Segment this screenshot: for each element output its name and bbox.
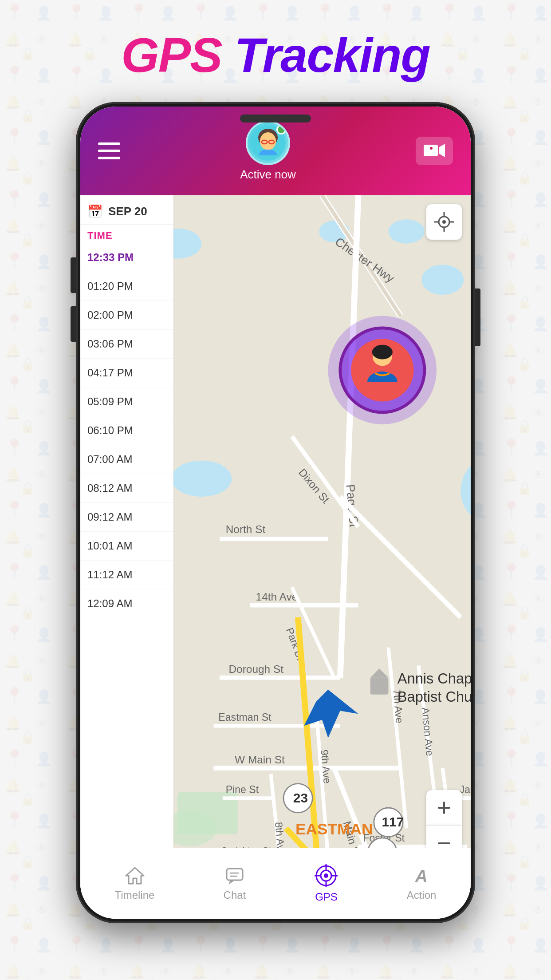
volume-down-button[interactable]: [71, 306, 76, 342]
date-header: 📅 SEP 20: [80, 195, 173, 225]
svg-text:EASTMAN: EASTMAN: [295, 820, 373, 838]
action-icon: A: [412, 866, 431, 885]
svg-marker-114: [126, 868, 144, 884]
phone-frame: Active now 📅 SEP 20: [76, 102, 475, 923]
svg-text:Dorough St: Dorough St: [228, 663, 283, 675]
time-item[interactable]: 11:12 AM: [80, 561, 173, 589]
svg-point-106: [442, 220, 446, 224]
map-area[interactable]: Chester Hwy Jim Pruett Rd Page St Dixon …: [173, 195, 471, 919]
svg-point-121: [324, 873, 328, 878]
title-gps: GPS: [121, 28, 221, 82]
chat-icon: [225, 866, 244, 885]
nav-action-label: Action: [407, 889, 437, 901]
phone-speaker: [240, 115, 311, 122]
menu-line-1: [98, 142, 120, 145]
time-section-label: TIME: [80, 225, 173, 243]
svg-marker-13: [439, 144, 445, 157]
svg-text:Pine St: Pine St: [226, 784, 259, 795]
svg-text:23: 23: [293, 790, 308, 805]
locate-button[interactable]: [426, 204, 462, 240]
app-content: 📅 SEP 20 TIME 12:33 PM01:20 PM02:00 PM03…: [80, 195, 471, 919]
nav-chat[interactable]: Chat: [215, 861, 255, 906]
svg-point-17: [421, 265, 464, 295]
time-item[interactable]: 02:00 PM: [80, 301, 173, 330]
zoom-in-button[interactable]: [426, 790, 462, 826]
time-item[interactable]: 12:09 AM: [80, 589, 173, 618]
svg-rect-14: [430, 147, 433, 150]
nav-timeline-label: Timeline: [115, 889, 155, 901]
time-list: 12:33 PM01:20 PM02:00 PM03:06 PM04:17 PM…: [80, 243, 173, 618]
svg-point-18: [388, 219, 425, 243]
calendar-icon: 📅: [87, 204, 103, 219]
title-tracking: Tracking: [234, 28, 430, 82]
time-item[interactable]: 01:20 PM: [80, 272, 173, 301]
svg-text:Annis Chapel: Annis Chapel: [398, 670, 471, 687]
svg-rect-115: [227, 869, 243, 880]
svg-point-103: [372, 345, 393, 360]
menu-button[interactable]: [98, 142, 120, 159]
time-item[interactable]: 09:12 AM: [80, 503, 173, 532]
svg-text:Baptist Church: Baptist Church: [398, 688, 471, 705]
menu-line-2: [98, 150, 120, 152]
time-item[interactable]: 08:12 AM: [80, 474, 173, 503]
user-avatar: [246, 121, 290, 165]
svg-text:A: A: [415, 867, 427, 885]
date-label: SEP 20: [108, 205, 147, 218]
svg-rect-12: [424, 145, 438, 156]
time-item[interactable]: 04:17 PM: [80, 359, 173, 387]
plus-icon: [436, 800, 452, 816]
menu-line-3: [98, 157, 120, 159]
time-item[interactable]: 03:06 PM: [80, 330, 173, 359]
video-icon: [424, 143, 445, 159]
timeline-sidebar: 📅 SEP 20 TIME 12:33 PM01:20 PM02:00 PM03…: [80, 195, 173, 919]
time-item[interactable]: 10:01 AM: [80, 532, 173, 561]
svg-text:14th Ave: 14th Ave: [256, 591, 298, 603]
active-status: Active now: [240, 168, 296, 182]
svg-rect-94: [370, 678, 389, 695]
volume-up-button[interactable]: [71, 257, 76, 293]
time-item[interactable]: 12:33 PM: [80, 243, 173, 272]
app-title: GPS Tracking: [121, 27, 429, 83]
svg-text:Eastman St: Eastman St: [218, 711, 272, 723]
nav-gps[interactable]: GPS: [306, 860, 346, 908]
video-call-button[interactable]: [416, 137, 453, 165]
phone-body: Active now 📅 SEP 20: [76, 102, 475, 923]
nav-action[interactable]: A Action: [398, 861, 445, 906]
phone-screen: Active now 📅 SEP 20: [80, 107, 471, 919]
home-icon: [125, 866, 145, 885]
gps-icon: [315, 864, 338, 887]
crosshair-icon: [434, 212, 454, 232]
nav-timeline[interactable]: Timeline: [106, 861, 164, 906]
svg-text:W Main St: W Main St: [235, 754, 285, 766]
online-indicator: [276, 125, 286, 134]
bottom-navigation: Timeline Chat: [80, 848, 471, 919]
svg-point-20: [173, 461, 232, 497]
nav-chat-label: Chat: [224, 889, 246, 901]
time-item[interactable]: 07:00 AM: [80, 445, 173, 474]
svg-text:117: 117: [382, 814, 404, 829]
nav-gps-label: GPS: [315, 891, 338, 903]
svg-text:North St: North St: [226, 523, 266, 535]
power-button[interactable]: [475, 288, 480, 346]
time-item[interactable]: 05:09 PM: [80, 387, 173, 416]
user-avatar-container[interactable]: Active now: [240, 121, 296, 182]
time-item[interactable]: 06:10 PM: [80, 416, 173, 445]
